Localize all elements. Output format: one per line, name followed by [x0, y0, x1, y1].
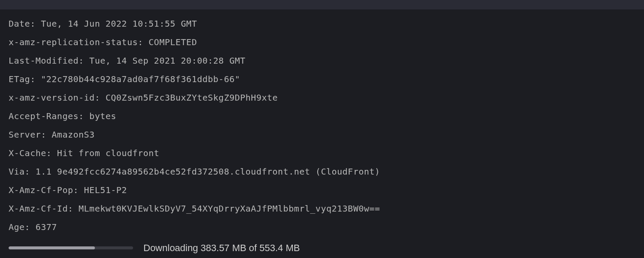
progress-bar	[9, 246, 133, 249]
header-line: Date: Tue, 14 Jun 2022 10:51:55 GMT	[9, 17, 635, 31]
header-line: X-Cache: Hit from cloudfront	[9, 147, 635, 160]
header-line: X-Amz-Cf-Id: MLmekwt0KVJEwlkSDyV7_54XYqD…	[9, 202, 635, 215]
header-line: Age: 6377	[9, 221, 635, 234]
header-line: Last-Modified: Tue, 14 Sep 2021 20:00:28…	[9, 54, 635, 68]
header-line: Via: 1.1 9e492fcc6274a89562b4ce52fd37250…	[9, 165, 635, 178]
header-line: X-Amz-Cf-Pop: HEL51-P2	[9, 184, 635, 197]
header-line: x-amz-version-id: CQ0Zswn5Fzc3BuxZYteSkg…	[9, 91, 635, 104]
download-status-bar: Downloading 383.57 MB of 553.4 MB	[9, 241, 635, 255]
window-titlebar	[0, 0, 644, 9]
header-line: Accept-Ranges: bytes	[9, 110, 635, 123]
download-status-text: Downloading 383.57 MB of 553.4 MB	[143, 241, 300, 255]
progress-fill	[9, 246, 95, 249]
header-line: Server: AmazonS3	[9, 128, 635, 141]
terminal-output[interactable]: Date: Tue, 14 Jun 2022 10:51:55 GMT x-am…	[0, 9, 644, 234]
header-line: ETag: "22c780b44c928a7ad0af7f68f361ddbb-…	[9, 73, 635, 86]
header-line: x-amz-replication-status: COMPLETED	[9, 36, 635, 49]
